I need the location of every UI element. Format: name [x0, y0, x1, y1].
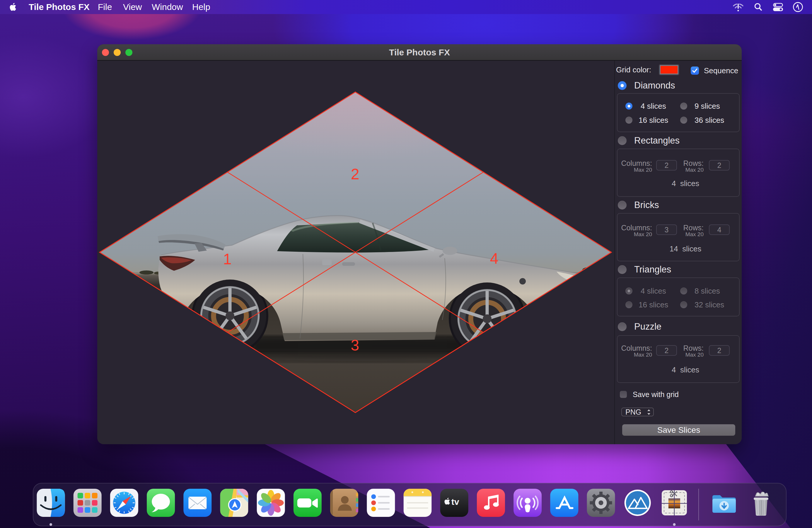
svg-text:tv: tv — [451, 497, 459, 506]
svg-text:1: 1 — [223, 251, 232, 268]
svg-text:4: 4 — [490, 250, 498, 267]
svg-text:2: 2 — [351, 166, 359, 183]
svg-text:3: 3 — [351, 337, 359, 354]
